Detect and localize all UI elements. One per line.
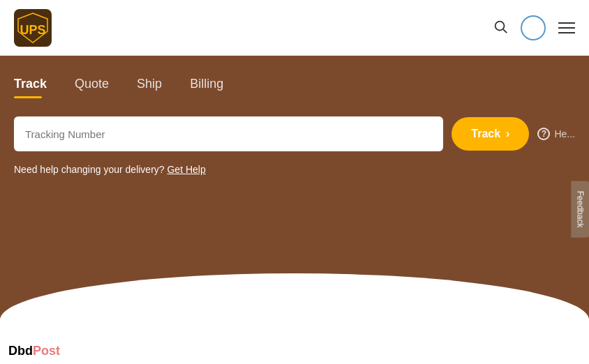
hamburger-line-3 [558, 32, 575, 33]
help-text-row: Need help changing your delivery? Get He… [14, 164, 575, 175]
search-row: Track › ? He... [14, 116, 575, 151]
footer-brand-dbd: Dbd [8, 344, 33, 358]
track-button-label: Track [471, 128, 500, 140]
svg-point-3 [495, 21, 505, 30]
side-help-area: ? He... [537, 128, 575, 140]
feedback-tab[interactable]: Feedback [572, 181, 589, 238]
tab-ship[interactable]: Ship [137, 77, 162, 96]
svg-line-4 [503, 29, 507, 33]
header-icons [493, 15, 575, 40]
footer-brand-post: Post [33, 344, 60, 358]
side-help-label[interactable]: He... [554, 128, 575, 139]
menu-button[interactable] [558, 22, 575, 33]
ups-logo: UPS [14, 9, 52, 47]
track-button[interactable]: Track › [452, 117, 529, 151]
tab-quote[interactable]: Quote [75, 77, 109, 96]
svg-text:UPS: UPS [20, 23, 45, 37]
user-avatar[interactable] [521, 15, 546, 40]
tab-track[interactable]: Track [14, 77, 47, 96]
main-tabs: Track Quote Ship Billing [14, 77, 575, 96]
logo-container: UPS [14, 9, 52, 47]
footer-watermark: DbdPost [8, 344, 60, 358]
help-prefix: Need help changing your delivery? [14, 164, 165, 175]
header: UPS [0, 0, 589, 56]
hero-section: Track Quote Ship Billing Track › ? He...… [0, 56, 589, 328]
search-icon [493, 19, 508, 34]
tracking-input[interactable] [14, 116, 443, 151]
get-help-link[interactable]: Get Help [167, 164, 205, 175]
help-circle-icon[interactable]: ? [537, 128, 550, 140]
search-button[interactable] [493, 19, 508, 37]
track-button-arrow: › [506, 128, 509, 140]
hamburger-line-2 [558, 27, 575, 29]
hamburger-line-1 [558, 22, 575, 24]
tab-billing[interactable]: Billing [190, 77, 223, 96]
